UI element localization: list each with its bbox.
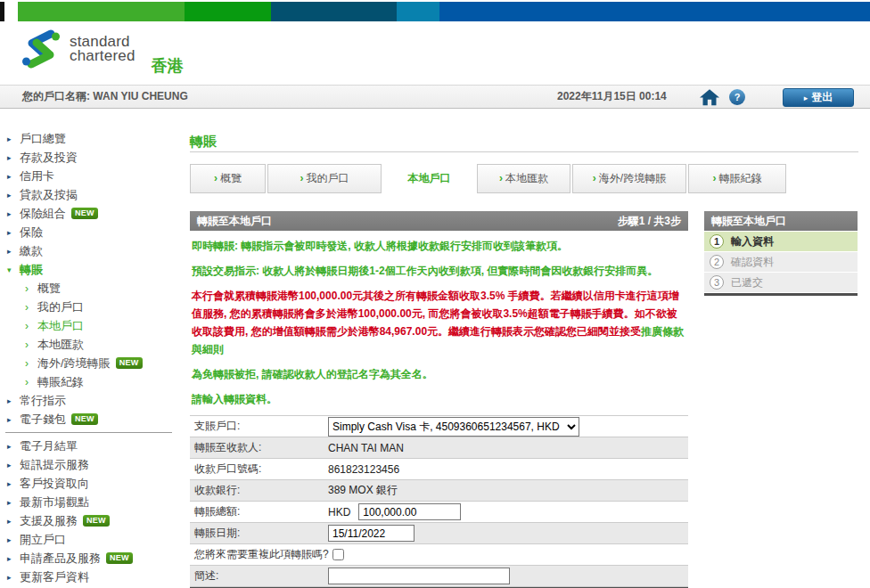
arrow-right-icon: ▸ <box>804 94 808 102</box>
triangle-right-icon: ▸ <box>7 554 20 563</box>
sidebar-item-investment-profile[interactable]: ▸客戶投資取向 <box>0 474 183 493</box>
stripe-segment <box>397 2 439 21</box>
title-divider <box>190 151 858 152</box>
amount-input[interactable] <box>358 503 461 520</box>
panel-header: 轉賬至本地戶口 步驟1 / 共3步 <box>190 211 688 231</box>
note-enter-details: 請輸入轉賬資料。 <box>192 390 686 408</box>
transfer-form: 支賬戶口: Simply Cash Visa 卡, 45093606512345… <box>190 415 688 588</box>
triangle-right-icon: ▸ <box>7 442 20 451</box>
account-bar: 您的戶口名稱: WAN YIU CHEUNG 2022年11月15日 00:14… <box>0 85 870 109</box>
amount-label: 轉賬總額: <box>190 504 328 519</box>
note-scheduled-transfer: 預設交易指示: 收款人將於轉賬日期後1-2個工作天內收到款項, 但實際時間會因收… <box>192 262 686 280</box>
page-title: 轉賬 <box>190 134 217 151</box>
account-name-text: 您的戶口名稱: WAN YIU CHEUNG <box>22 89 188 104</box>
tab-overseas-transfer[interactable]: ›海外/跨境轉賬 <box>572 164 686 193</box>
sidebar-item-support-services[interactable]: ▸支援及服務NEW <box>0 511 183 530</box>
step-label: 確認資料 <box>731 255 774 270</box>
sidebar-item-transfers-overview[interactable]: ›概覽 <box>0 279 183 298</box>
payee-account-row: 收款戶口號碼: 861823123456 <box>190 459 688 480</box>
stripe-segment <box>271 2 397 21</box>
step-confirm-details: 2 確認資料 <box>704 252 858 272</box>
chevron-right-icon: › <box>300 172 304 184</box>
sidebar-item-apply-products[interactable]: ▸申請產品及服務NEW <box>0 549 183 568</box>
triangle-right-icon: ▸ <box>7 172 20 181</box>
payee-account-label: 收款戶口號碼: <box>190 461 328 477</box>
sidebar-item-loans-mortgages[interactable]: ▸貸款及按揭 <box>0 185 183 204</box>
recurring-checkbox[interactable] <box>332 549 344 560</box>
sidebar-item-overseas-transfer[interactable]: ›海外/跨境轉賬NEW <box>0 354 183 372</box>
standard-chartered-trustmark-icon <box>21 27 61 71</box>
stripe-segment <box>18 2 185 21</box>
triangle-right-icon: ▸ <box>7 573 20 582</box>
debit-account-label: 支賬戶口: <box>190 419 328 434</box>
debit-account-select[interactable]: Simply Cash Visa 卡, 4509360651234567, HK… <box>328 417 579 437</box>
brand-color-stripe <box>0 2 870 21</box>
chevron-right-icon: › <box>25 357 37 370</box>
step-submitted: 3 已遞交 <box>704 273 858 292</box>
date-row: 轉賬日期: <box>190 523 688 544</box>
triangle-right-icon: ▸ <box>7 498 20 507</box>
triangle-right-icon: ▸ <box>7 191 20 200</box>
chevron-right-icon: › <box>25 339 37 351</box>
logout-button[interactable]: ▸登出 <box>783 88 854 107</box>
stripe-segment <box>439 2 870 21</box>
step-label: 輸入資料 <box>731 234 774 249</box>
sidebar-item-e-statement[interactable]: ▸電子月結單 <box>0 437 183 455</box>
payee-bank-value: 389 MOX 銀行 <box>328 483 398 498</box>
datetime-text: 2022年11月15日 00:14 <box>557 89 667 104</box>
sidebar-item-account-overview[interactable]: ▸戶口總覽 <box>0 129 183 148</box>
step-number-badge: 2 <box>710 255 724 269</box>
description-label: 簡述: <box>190 568 328 584</box>
transfer-tabs: ›概覽 ›我的戶口 本地戶口 ›本地匯款 ›海外/跨境轉賬 ›轉賬紀錄 <box>190 164 788 207</box>
step-number-badge: 1 <box>710 234 724 249</box>
sidebar-item-transfer-history[interactable]: ›轉賬紀錄 <box>0 372 183 391</box>
sidebar-item-deposits-investments[interactable]: ▸存款及投資 <box>0 148 183 167</box>
payee-row: 轉賬至收款人: CHAN TAI MAN <box>190 437 688 459</box>
chevron-right-icon: › <box>25 320 37 332</box>
brand-word-2: chartered <box>70 49 135 63</box>
tab-local-accounts[interactable]: 本地戶口 <box>383 164 475 207</box>
sidebar-item-my-accounts[interactable]: ›我的戶口 <box>0 298 183 316</box>
date-label: 轉賬日期: <box>190 526 328 541</box>
sidebar-item-update-customer-info[interactable]: ▸更新客戶資料 <box>0 568 183 586</box>
sidebar-item-insurance-portfolio[interactable]: ▸保險組合NEW <box>0 204 183 223</box>
sidebar-item-e-wallet[interactable]: ▸電子錢包NEW <box>0 410 183 429</box>
sidebar-item-open-account[interactable]: ▸開立戶口 <box>0 530 183 549</box>
tab-local-remittance[interactable]: ›本地匯款 <box>477 164 570 193</box>
triangle-right-icon: ▸ <box>7 396 20 405</box>
chevron-right-icon: › <box>499 172 503 184</box>
description-input[interactable] <box>328 568 510 584</box>
transfer-form-panel: 轉賬至本地戶口 步驟1 / 共3步 即時轉賬: 轉賬指示會被即時發送, 收款人將… <box>190 211 688 588</box>
step-enter-details: 1 輸入資料 <box>704 232 858 251</box>
triangle-right-icon: ▸ <box>7 535 20 544</box>
help-icon[interactable]: ? <box>729 89 745 105</box>
sidebar-item-standing-instructions[interactable]: ▸常行指示 <box>0 391 183 410</box>
transfer-date-input[interactable] <box>328 525 414 542</box>
brand-logo: standard chartered 香港 <box>21 27 184 77</box>
step-number-badge: 3 <box>710 275 724 290</box>
new-badge: NEW <box>83 515 110 527</box>
home-icon[interactable] <box>700 89 719 106</box>
payee-bank-row: 收款銀行: 389 MOX 銀行 <box>190 480 688 502</box>
triangle-right-icon: ▸ <box>7 153 20 162</box>
sidebar-item-sms-alerts[interactable]: ▸短訊提示服務 <box>0 455 183 474</box>
region-label: 香港 <box>152 55 184 77</box>
sidebar-item-credit-card[interactable]: ▸信用卡 <box>0 167 183 185</box>
new-badge: NEW <box>106 552 133 564</box>
sidebar-item-bill-payment[interactable]: ▸繳款 <box>0 241 183 260</box>
triangle-right-icon: ▸ <box>7 461 20 470</box>
triangle-right-icon: ▸ <box>7 135 20 143</box>
triangle-right-icon: ▸ <box>7 517 20 526</box>
sidebar-item-transfers[interactable]: ▾轉賬 <box>0 260 183 279</box>
sidebar-item-local-accounts[interactable]: ›本地戶口 <box>0 316 183 335</box>
triangle-down-icon: ▾ <box>7 265 20 274</box>
sidebar-item-insurance[interactable]: ▸保險 <box>0 223 183 241</box>
sidebar-item-local-remittance[interactable]: ›本地匯款 <box>0 335 183 354</box>
triangle-right-icon: ▸ <box>7 479 20 488</box>
chevron-right-icon: › <box>25 282 37 295</box>
tab-overview[interactable]: ›概覽 <box>190 164 266 193</box>
tab-transfer-history[interactable]: ›轉賬紀錄 <box>688 164 786 193</box>
sidebar-item-market-views[interactable]: ▸最新市場觀點 <box>0 493 183 511</box>
tab-my-accounts[interactable]: ›我的戶口 <box>267 164 382 193</box>
stripe-segment <box>4 2 18 21</box>
